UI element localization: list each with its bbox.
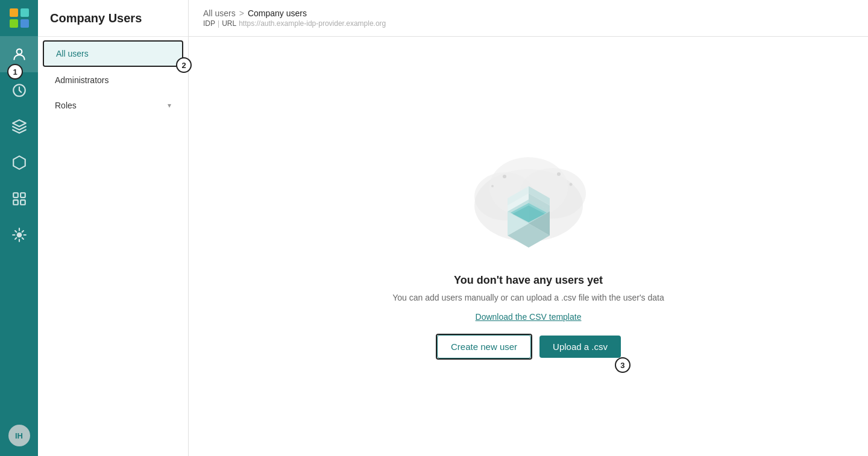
sidebar-item-roles[interactable]: Roles ▾ (43, 93, 183, 117)
url-label: URL (222, 19, 236, 28)
breadcrumb-parent[interactable]: All users (203, 8, 236, 18)
actions-row: Create new user Upload a .csv 3 (436, 334, 621, 360)
csv-download-link[interactable]: Download the CSV template (476, 312, 582, 322)
svg-point-18 (569, 183, 572, 186)
sidebar-item-all-users[interactable]: All users (44, 42, 182, 66)
all-users-highlight: All users (43, 40, 183, 67)
step-badge-1: 1 (7, 64, 23, 80)
step-badge-3: 3 (615, 357, 631, 373)
svg-point-11 (16, 233, 22, 238)
idp-url-value: https://auth.example-idp-provider.exampl… (239, 19, 386, 28)
idp-separator: | (218, 19, 219, 28)
breadcrumb: All users > Company users (203, 8, 854, 18)
idp-label: IDP (203, 19, 215, 28)
sidebar-nav-bi[interactable] (0, 181, 38, 217)
user-avatar[interactable]: IH (8, 425, 30, 446)
svg-rect-7 (13, 193, 18, 198)
svg-point-16 (503, 175, 506, 178)
empty-state: You don't have any users yet You can add… (189, 37, 868, 456)
top-bar: All users > Company users IDP | URL http… (189, 0, 868, 37)
step-badge-2: 2 (176, 57, 192, 73)
sidebar-nav-ai[interactable] (0, 217, 38, 253)
breadcrumb-separator: > (239, 8, 244, 18)
svg-rect-0 (10, 8, 18, 17)
breadcrumb-current: Company users (248, 8, 307, 18)
app-logo[interactable] (7, 6, 31, 30)
svg-rect-3 (20, 19, 29, 28)
svg-marker-6 (13, 156, 25, 169)
create-user-highlight: Create new user (436, 334, 532, 360)
empty-illustration (456, 133, 601, 260)
panel-title: Company Users (38, 0, 188, 37)
sidebar-item-administrators[interactable]: Administrators (43, 68, 183, 92)
sidebar-nav-hexagon[interactable] (0, 145, 38, 181)
left-panel: Company Users All users 2 Administrators… (38, 0, 189, 456)
chevron-down-icon: ▾ (168, 101, 171, 110)
empty-subtitle: You can add users manually or can upload… (392, 293, 664, 302)
svg-rect-1 (20, 8, 29, 17)
svg-rect-10 (20, 200, 25, 205)
upload-csv-button[interactable]: Upload a .csv (539, 336, 621, 358)
svg-rect-9 (13, 200, 18, 205)
main-content: All users > Company users IDP | URL http… (189, 0, 868, 456)
empty-title: You don't have any users yet (454, 274, 603, 287)
svg-point-17 (557, 172, 561, 176)
svg-point-4 (16, 49, 22, 54)
create-new-user-button[interactable]: Create new user (437, 335, 531, 358)
sidebar-nav-layers[interactable] (0, 108, 38, 145)
svg-point-19 (491, 185, 494, 187)
svg-rect-2 (10, 19, 18, 28)
svg-rect-8 (20, 193, 25, 198)
idp-row: IDP | URL https://auth.example-idp-provi… (203, 19, 854, 28)
